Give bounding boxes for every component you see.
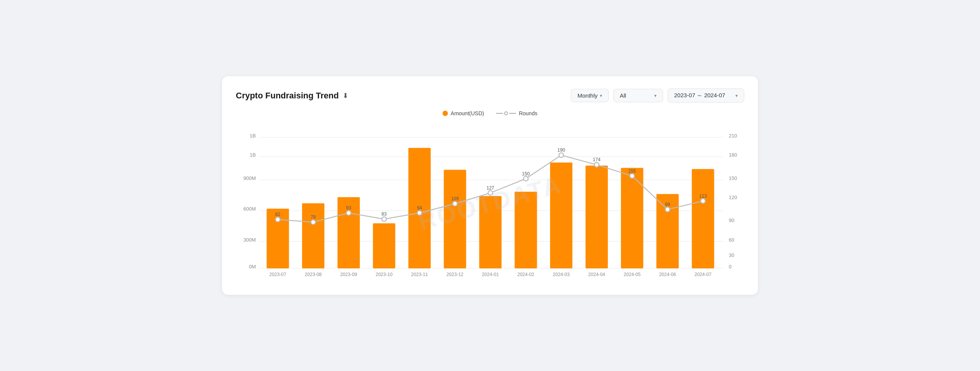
bar-2023-10: [373, 223, 395, 268]
x-label-2024-06: 2024-06: [659, 272, 676, 277]
rounds-dot-2023-09: [346, 211, 351, 215]
svg-text:210: 210: [729, 133, 737, 139]
rounds-dot-2024-01: [488, 191, 493, 195]
rounds-label-2024-03: 190: [557, 147, 565, 153]
date-range-dropdown[interactable]: 2023-07 ～ 2024-07 ▾: [668, 88, 744, 103]
chart-header: Crypto Fundraising Trend ⬇ Monthly ▾ All…: [236, 88, 744, 103]
rounds-dot-2024-05: [630, 174, 634, 178]
bar-2024-01: [479, 196, 501, 268]
legend: Amount(USD) Rounds: [236, 110, 744, 116]
bar-2024-07: [692, 169, 714, 268]
date-range-label: 2023-07 ～ 2024-07: [674, 92, 725, 99]
frequency-label: Monthly: [577, 92, 598, 99]
rounds-label-2023-08: 78: [311, 214, 316, 220]
rounds-dot-2023-10: [382, 217, 386, 221]
chart-card: Crypto Fundraising Trend ⬇ Monthly ▾ All…: [222, 76, 758, 295]
rounds-dot-2024-07: [701, 199, 705, 203]
x-label-2023-12: 2023-12: [446, 272, 464, 277]
svg-text:120: 120: [729, 194, 737, 200]
bar-2024-02: [514, 192, 537, 268]
x-label-2023-09: 2023-09: [340, 272, 358, 277]
legend-amount-label: Amount(USD): [451, 110, 484, 116]
bar-2023-08: [302, 203, 324, 268]
rounds-label-2024-02: 150: [522, 171, 529, 177]
svg-text:30: 30: [729, 252, 735, 258]
legend-amount: Amount(USD): [443, 110, 484, 116]
rounds-label-2024-04: 174: [593, 157, 601, 162]
rounds-label-2024-01: 127: [487, 185, 494, 191]
x-label-2024-02: 2024-02: [517, 272, 534, 277]
rounds-label-2024-05: 155: [628, 168, 636, 174]
frequency-dropdown[interactable]: Monthly ▾: [571, 89, 609, 102]
x-label-2023-11: 2023-11: [411, 272, 428, 277]
svg-text:1B: 1B: [250, 133, 256, 139]
svg-text:0: 0: [729, 264, 732, 270]
rounds-dot-2023-12: [452, 201, 457, 206]
rounds-label-2024-06: 99: [665, 202, 670, 207]
svg-text:180: 180: [729, 152, 737, 158]
rounds-dot-2023-08: [311, 220, 315, 224]
chart-title: Crypto Fundraising Trend: [236, 91, 339, 101]
legend-amount-icon: [443, 111, 448, 116]
date-range-chevron: ▾: [735, 93, 738, 98]
svg-text:0M: 0M: [249, 264, 256, 270]
rounds-dot-2024-03: [559, 153, 564, 157]
x-label-2023-07: 2023-07: [270, 272, 287, 277]
bar-2024-04: [586, 165, 608, 268]
x-label-2024-04: 2024-04: [588, 272, 606, 277]
frequency-chevron: ▾: [600, 93, 602, 98]
rounds-label-2024-07: 113: [699, 193, 707, 199]
svg-text:600M: 600M: [243, 206, 256, 212]
rounds-label-2023-10: 83: [382, 211, 387, 217]
x-label-2024-01: 2024-01: [482, 272, 499, 277]
rounds-dot-2024-04: [595, 162, 599, 167]
rounds-label-2023-09: 93: [346, 205, 351, 211]
category-chevron: ▾: [654, 93, 657, 98]
rounds-dot-2024-06: [665, 207, 670, 212]
x-label-2024-07: 2024-07: [694, 272, 712, 277]
category-dropdown[interactable]: All ▾: [613, 89, 663, 102]
rounds-label-2023-11: 94: [417, 205, 422, 211]
svg-text:60: 60: [729, 237, 735, 243]
svg-text:300M: 300M: [243, 237, 256, 243]
rounds-dot-2023-07: [276, 217, 280, 222]
legend-rounds-icon: [496, 111, 516, 115]
download-icon[interactable]: ⬇: [343, 92, 348, 100]
rounds-label-2023-12: 109: [451, 196, 459, 201]
legend-rounds-label: Rounds: [519, 110, 537, 116]
rounds-dot-2024-02: [524, 177, 528, 181]
x-label-2023-10: 2023-10: [376, 272, 393, 277]
bar-2024-03: [550, 162, 572, 268]
svg-text:1B: 1B: [250, 152, 256, 158]
svg-text:90: 90: [729, 217, 735, 223]
legend-rounds: Rounds: [496, 110, 537, 116]
chart-area: ROOTDATA 1B 1B 900M 600M 300M 0M 210 180…: [236, 122, 744, 284]
svg-text:900M: 900M: [243, 175, 256, 181]
x-label-2024-03: 2024-03: [553, 272, 570, 277]
controls: Monthly ▾ All ▾ 2023-07 ～ 2024-07 ▾: [571, 88, 744, 103]
rounds-dot-2023-11: [417, 211, 422, 215]
bar-2023-12: [444, 170, 466, 268]
category-label: All: [620, 92, 626, 99]
rounds-label-2023-07: 82: [275, 212, 281, 217]
x-label-2024-05: 2024-05: [624, 272, 641, 277]
x-label-2023-08: 2023-08: [305, 272, 322, 277]
chart-svg: 1B 1B 900M 600M 300M 0M 210 180 150 120 …: [236, 122, 744, 283]
title-group: Crypto Fundraising Trend ⬇: [236, 91, 348, 101]
svg-text:150: 150: [729, 175, 737, 181]
